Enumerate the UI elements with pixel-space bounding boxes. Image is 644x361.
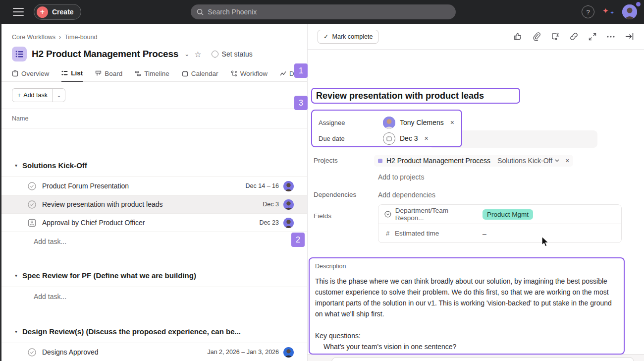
remove-due-date-icon[interactable]: ×: [423, 134, 429, 142]
task-row[interactable]: Approval by Chief Product Officer Dec 23: [0, 214, 307, 232]
add-to-projects-link[interactable]: Add to projects: [378, 173, 424, 181]
project-color-dot: [378, 159, 382, 163]
breadcrumb-separator: ›: [59, 34, 61, 41]
add-task-caret-icon[interactable]: ⌄: [53, 89, 65, 102]
page-title: H2 Product Management Process: [32, 49, 178, 60]
add-task-label: Add task: [23, 92, 48, 99]
add-dependencies-link[interactable]: Add dependencies: [378, 191, 435, 199]
comment-input-box[interactable]: [331, 357, 634, 361]
assignee-value[interactable]: Tony Clemens ×: [383, 117, 454, 129]
remove-assignee-icon[interactable]: ×: [448, 119, 454, 126]
help-icon[interactable]: ?: [582, 5, 594, 18]
field-value-department[interactable]: Product Mgmt: [478, 205, 621, 224]
department-tag[interactable]: Product Mgmt: [483, 209, 533, 220]
add-task-row[interactable]: Add task...: [0, 232, 307, 250]
breadcrumb-core-workflows[interactable]: Core Workflows: [12, 34, 55, 41]
task-name: Review presentation with product leads: [42, 200, 163, 208]
section-header-solutions-kickoff[interactable]: ▾ Solutions Kick-Off: [0, 154, 307, 177]
remove-project-icon[interactable]: ×: [563, 157, 569, 165]
section-header-spec-review[interactable]: ▾ Spec Review for PF (Define what we are…: [0, 264, 307, 287]
more-options-icon[interactable]: [606, 35, 615, 38]
help-label: ?: [586, 8, 590, 16]
task-title: Review presentation with product leads: [316, 91, 484, 101]
due-date-label: Due date: [319, 135, 383, 142]
set-status-button[interactable]: Set status: [212, 50, 253, 58]
search-input[interactable]: [208, 8, 450, 16]
section-header-design-reviews[interactable]: ▾ Design Review(s) (Discuss the proposed…: [0, 320, 307, 343]
tab-label: List: [71, 69, 83, 77]
description-paragraph: This is the phase where we can think bro…: [315, 276, 618, 319]
hamburger-menu-icon[interactable]: [13, 8, 24, 16]
name-header-label: Name: [12, 115, 28, 122]
assignee-avatar: [283, 347, 294, 358]
tab-overview[interactable]: Overview: [12, 70, 49, 81]
check-icon: ✓: [323, 33, 328, 40]
description-field[interactable]: Description This is the phase where we c…: [309, 257, 625, 355]
add-task-row[interactable]: Add task...: [0, 287, 307, 305]
estimated-time-value: –: [483, 230, 486, 238]
attachment-paperclip-icon[interactable]: [532, 32, 541, 41]
project-value[interactable]: H2 Product Management Process Solutions …: [374, 155, 573, 167]
annotation-badge-2: 2: [291, 233, 305, 247]
timeline-icon: [135, 70, 141, 77]
mark-complete-button[interactable]: ✓ Mark complete: [318, 30, 378, 44]
task-date: Jan 2, 2026 – Jan 3, 2026: [207, 349, 279, 356]
tab-label: Workflow: [240, 70, 268, 77]
description-question: What's the ideal customer experience? (A…: [315, 352, 618, 355]
collapse-triangle-icon[interactable]: ▾: [15, 273, 17, 278]
add-task-row-label: Add task...: [34, 238, 66, 245]
check-circle-icon[interactable]: [28, 348, 36, 357]
create-button[interactable]: + Create: [34, 4, 81, 20]
check-circle-icon[interactable]: [28, 200, 36, 209]
favorite-star-icon[interactable]: ☆: [194, 50, 201, 59]
subtasks-icon[interactable]: [550, 32, 560, 41]
breadcrumb-time-bound[interactable]: Time-bound: [64, 34, 97, 41]
task-row-selected[interactable]: Review presentation with product leads D…: [0, 195, 307, 214]
column-header-name: Name: [0, 109, 307, 128]
task-row[interactable]: Product Forum Presentation Dec 14 – 16: [0, 177, 307, 195]
annotation-badge-1: 1: [294, 63, 308, 78]
task-date: Dec 3: [263, 201, 279, 208]
project-name: H2 Product Management Process: [386, 157, 490, 165]
title-chevron-down-icon[interactable]: ⌄: [184, 51, 189, 58]
assignee-label: Assignee: [319, 119, 383, 126]
assignee-duedate-group: Assignee Tony Clemens × Due date Dec 3 ×: [311, 110, 462, 147]
add-task-row-label: Add task...: [34, 293, 66, 301]
tab-calendar[interactable]: Calendar: [182, 70, 218, 81]
close-panel-icon[interactable]: [625, 32, 634, 41]
overview-icon: [12, 70, 18, 77]
top-bar: + Create ? ✦✦: [0, 0, 644, 24]
due-date-value[interactable]: Dec 3 ×: [383, 132, 429, 145]
check-circle-icon[interactable]: [28, 182, 36, 190]
collapse-triangle-icon[interactable]: ▾: [15, 163, 17, 168]
add-task-button[interactable]: + Add task ⌄: [12, 88, 65, 102]
tab-workflow[interactable]: Workflow: [231, 70, 268, 81]
number-hash-icon: #: [384, 230, 391, 237]
field-label: Department/Team Respon...: [395, 207, 478, 222]
task-date: Dec 23: [259, 219, 279, 226]
ai-sparkle-icon[interactable]: ✦✦: [602, 6, 614, 18]
task-row[interactable]: Designs Approved Jan 2, 2026 – Jan 3, 20…: [0, 343, 307, 361]
project-section-label: Solutions Kick-Off: [497, 157, 552, 165]
expand-fullscreen-icon[interactable]: [588, 32, 597, 41]
tab-timeline[interactable]: Timeline: [135, 70, 169, 81]
notification-dot: [636, 2, 641, 6]
tab-board[interactable]: Board: [95, 70, 122, 81]
search-bar[interactable]: [191, 4, 456, 19]
tab-list[interactable]: List: [61, 69, 83, 82]
collapse-triangle-icon[interactable]: ▾: [15, 329, 17, 334]
comment-section: [308, 354, 644, 361]
list-icon: [61, 70, 68, 76]
field-row-department: Department/Team Respon... Product Mgmt: [378, 205, 621, 224]
like-thumbs-up-icon[interactable]: [513, 32, 523, 41]
annotation-badge-3: 3: [294, 96, 308, 110]
view-tabs: Overview List Board Timeline Calendar Wo…: [12, 68, 307, 81]
set-status-label: Set status: [222, 50, 253, 58]
task-title-field[interactable]: Review presentation with product leads: [311, 88, 520, 104]
mouse-cursor: [541, 236, 551, 250]
copy-link-icon[interactable]: [569, 32, 579, 41]
task-name: Product Forum Presentation: [42, 182, 129, 190]
project-section-select[interactable]: Solutions Kick-Off: [497, 157, 559, 165]
approval-icon[interactable]: [28, 219, 36, 227]
user-avatar[interactable]: [622, 4, 637, 19]
